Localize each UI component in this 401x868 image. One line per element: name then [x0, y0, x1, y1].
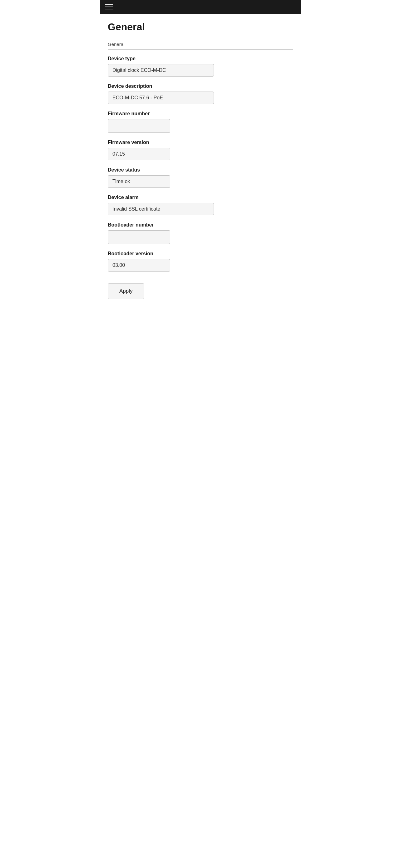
- input-bootloader-version: [108, 259, 170, 272]
- input-device-description: [108, 92, 214, 104]
- input-device-type: [108, 64, 214, 76]
- field-group-bootloader-version: Bootloader version: [108, 251, 293, 272]
- label-device-status: Device status: [108, 167, 293, 173]
- label-bootloader-number: Bootloader number: [108, 222, 293, 228]
- field-group-device-type: Device type: [108, 56, 293, 76]
- label-device-alarm: Device alarm: [108, 195, 293, 200]
- input-device-alarm: [108, 203, 214, 215]
- field-group-firmware-version: Firmware version: [108, 140, 293, 160]
- field-group-bootloader-number: Bootloader number: [108, 222, 293, 244]
- section-label: General: [108, 41, 293, 50]
- field-group-device-alarm: Device alarm: [108, 195, 293, 215]
- label-bootloader-version: Bootloader version: [108, 251, 293, 256]
- page-title: General: [108, 21, 293, 33]
- label-firmware-version: Firmware version: [108, 140, 293, 145]
- label-device-type: Device type: [108, 56, 293, 62]
- field-group-device-description: Device description: [108, 84, 293, 104]
- label-device-description: Device description: [108, 84, 293, 89]
- input-bootloader-number: [108, 230, 170, 244]
- page-content: General General Device typeDevice descri…: [100, 14, 301, 314]
- menu-button[interactable]: [105, 4, 113, 9]
- input-device-status: [108, 175, 170, 188]
- input-firmware-number: [108, 119, 170, 133]
- input-firmware-version: [108, 148, 170, 160]
- field-group-firmware-number: Firmware number: [108, 111, 293, 133]
- field-group-device-status: Device status: [108, 167, 293, 188]
- form-fields: Device typeDevice descriptionFirmware nu…: [108, 56, 293, 272]
- apply-button[interactable]: Apply: [108, 283, 144, 299]
- top-bar: [100, 0, 301, 14]
- label-firmware-number: Firmware number: [108, 111, 293, 117]
